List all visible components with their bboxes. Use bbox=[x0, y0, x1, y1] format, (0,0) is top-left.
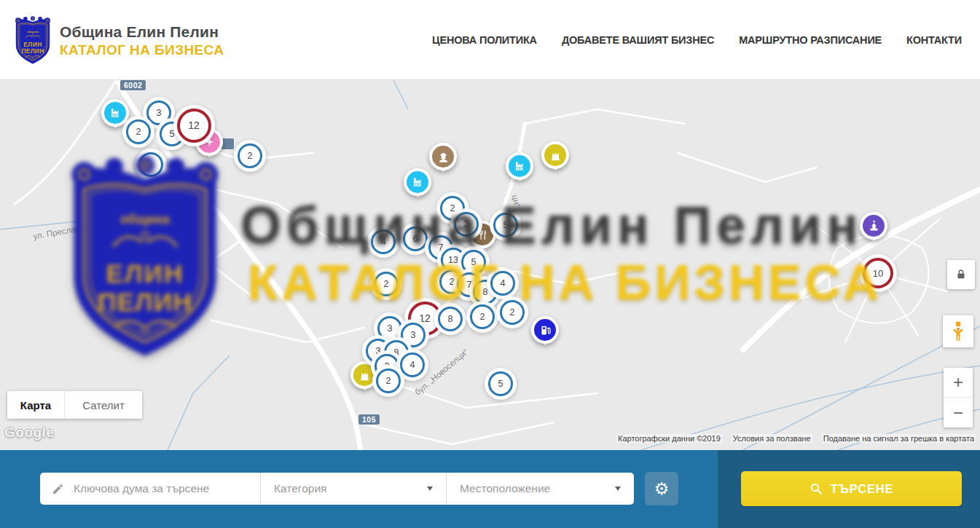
cluster-marker[interactable]: 8 bbox=[438, 307, 463, 331]
keyword-search-input[interactable] bbox=[72, 481, 250, 496]
zoom-out-button[interactable]: − bbox=[944, 398, 973, 427]
page: община ЕЛИН ПЕЛИН Община Елин Пелин КАТА… bbox=[0, 0, 980, 528]
cluster-marker[interactable]: 2 bbox=[470, 304, 495, 329]
search-bar: Категория Местоположение ⚙ ТЪРСЕНЕ bbox=[0, 450, 980, 528]
zoom-control: + − bbox=[944, 368, 973, 427]
attribution-link[interactable]: Подаване на сигнал за грешка в картата bbox=[822, 434, 976, 443]
cluster-marker[interactable]: 2 bbox=[238, 143, 262, 168]
marker-factory[interactable] bbox=[101, 99, 129, 127]
search-button[interactable]: ТЪРСЕНЕ bbox=[741, 471, 962, 506]
marker-factory[interactable] bbox=[506, 152, 533, 180]
cluster-marker[interactable]: 5 bbox=[488, 371, 513, 396]
filter-bar: Категория Местоположение bbox=[40, 473, 634, 505]
gear-icon: ⚙ bbox=[654, 481, 670, 497]
cluster-marker[interactable]: 2 bbox=[126, 119, 151, 144]
svg-text:ПЕЛИН: ПЕЛИН bbox=[22, 47, 44, 55]
site-subtitle: КАТАЛОГ НА БИЗНЕСА bbox=[60, 42, 224, 58]
category-select[interactable]: Категория bbox=[260, 473, 446, 505]
category-select-value: Категория bbox=[274, 482, 326, 495]
cluster-marker[interactable]: 3 bbox=[454, 212, 479, 237]
cluster-marker[interactable]: 4 bbox=[371, 229, 396, 254]
marker-factory[interactable] bbox=[404, 168, 431, 196]
marker-shopping[interactable] bbox=[541, 141, 569, 169]
map-type-satellite-button[interactable]: Сателит bbox=[64, 391, 142, 419]
factory-icon bbox=[506, 152, 533, 180]
cluster-marker[interactable]: 5 bbox=[461, 250, 486, 275]
nav-item-transport-schedule[interactable]: МАРШРУТНО РАЗПИСАНИЕ bbox=[739, 34, 882, 46]
attribution-text: Картографски данни ©2019 bbox=[616, 434, 722, 443]
road-shield: 105 bbox=[358, 414, 380, 425]
marker-worker[interactable] bbox=[429, 143, 457, 170]
map-type-switcher: Карта Сателит bbox=[7, 391, 142, 419]
zoom-in-button[interactable]: + bbox=[944, 368, 973, 398]
attribution-link[interactable]: Условия за ползване bbox=[732, 434, 812, 443]
main-nav: ЦЕНОВА ПОЛИТИКАДОБАВЕТЕ ВАШИЯТ БИЗНЕСМАР… bbox=[432, 0, 962, 80]
cluster-marker[interactable]: 4 bbox=[490, 271, 515, 296]
cluster-marker[interactable]: 12 bbox=[177, 109, 211, 143]
factory-icon bbox=[101, 99, 129, 127]
cluster-marker[interactable]: 4 bbox=[400, 352, 425, 377]
search-button-label: ТЪРСЕНЕ bbox=[831, 482, 893, 496]
keyword-field-wrap bbox=[40, 473, 260, 505]
cluster-marker[interactable]: 5 bbox=[493, 213, 518, 237]
cluster-marker[interactable] bbox=[138, 152, 163, 177]
municipality-crest-icon: община ЕЛИН ПЕЛИН bbox=[13, 16, 52, 66]
site-logo[interactable]: община ЕЛИН ПЕЛИН Община Елин Пелин КАТА… bbox=[13, 16, 224, 66]
search-icon bbox=[810, 482, 823, 496]
shopping-icon bbox=[541, 141, 569, 169]
header: община ЕЛИН ПЕЛИН Община Елин Пелин КАТА… bbox=[0, 0, 980, 80]
nav-item-add-business[interactable]: ДОБАВЕТЕ ВАШИЯТ БИЗНЕС bbox=[562, 34, 714, 46]
svg-text:община: община bbox=[27, 30, 39, 34]
site-title: Община Елин Пелин bbox=[60, 23, 224, 41]
lock-icon bbox=[954, 268, 968, 281]
street-view-pegman-button[interactable] bbox=[943, 315, 973, 347]
scroll-lock-button[interactable] bbox=[947, 260, 975, 289]
svg-text:ЕЛИН: ЕЛИН bbox=[23, 41, 42, 48]
church-icon bbox=[860, 212, 887, 240]
chevron-down-icon bbox=[427, 486, 433, 491]
cluster-marker[interactable]: 2 bbox=[374, 272, 399, 296]
cluster-marker[interactable]: 2 bbox=[500, 300, 525, 325]
pegman-icon bbox=[949, 320, 967, 342]
map-canvas[interactable]: ул. Преславбул. „Новоселци“ци“ 6002105 3… bbox=[0, 80, 980, 450]
advanced-settings-button[interactable]: ⚙ bbox=[645, 472, 678, 505]
nav-item-pricing[interactable]: ЦЕНОВА ПОЛИТИКА bbox=[432, 34, 537, 46]
location-select-value: Местоположение bbox=[460, 482, 550, 495]
map-attribution: Картографски данни ©2019Условия за ползв… bbox=[616, 434, 976, 443]
nav-item-contacts[interactable]: КОНТАКТИ bbox=[906, 34, 962, 46]
cluster-marker[interactable]: 10 bbox=[863, 258, 893, 288]
map-type-map-button[interactable]: Карта bbox=[7, 391, 64, 419]
fuel-icon bbox=[531, 316, 559, 344]
google-logo[interactable]: Google bbox=[4, 425, 54, 441]
chevron-down-icon bbox=[615, 486, 621, 491]
cluster-marker[interactable]: 6 bbox=[403, 226, 428, 251]
marker-fuel[interactable] bbox=[531, 316, 559, 344]
factory-icon bbox=[404, 168, 431, 196]
cluster-marker[interactable]: 2 bbox=[376, 369, 401, 393]
cluster-marker[interactable]: 3 bbox=[377, 316, 402, 341]
location-select[interactable]: Местоположение bbox=[446, 473, 634, 505]
road-shield: 6002 bbox=[120, 80, 146, 90]
marker-church[interactable] bbox=[860, 212, 887, 240]
worker-icon bbox=[429, 143, 457, 170]
pencil-icon bbox=[52, 483, 64, 495]
